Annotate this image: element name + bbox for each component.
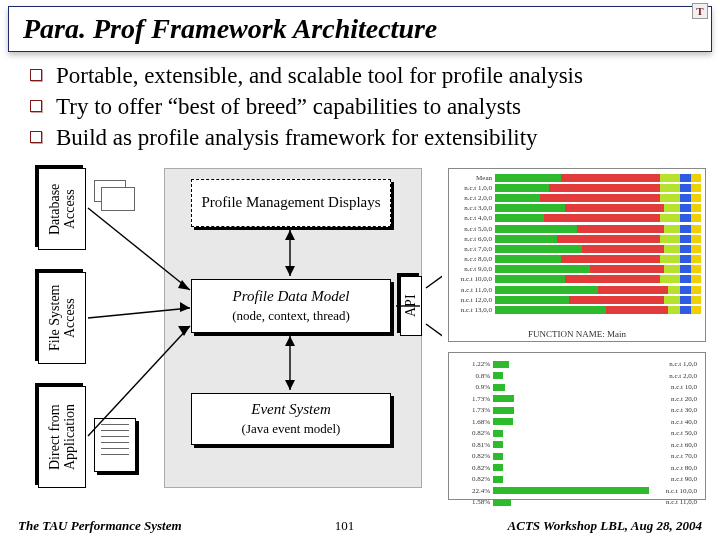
footer-right: ACTS Workshop LBL, Aug 28, 2004	[508, 518, 702, 534]
bar-segment	[495, 296, 569, 304]
bar-segment	[680, 245, 690, 253]
hist-row: 0.82%n.c.t 70,0	[453, 451, 701, 461]
bar-row: Mean	[453, 173, 701, 182]
bullet-list: Portable, extensible, and scalable tool …	[30, 62, 700, 154]
box-profile-data-model: Profile Data Model (node, context, threa…	[191, 279, 391, 333]
bar-segment	[495, 225, 577, 233]
bar-segment	[544, 214, 659, 222]
hist-pct-label: 22.4%	[453, 487, 493, 495]
bar-segment	[557, 235, 660, 243]
bullet-item: Portable, extensible, and scalable tool …	[30, 62, 700, 91]
bar-segment	[691, 204, 701, 212]
bar-segment	[691, 306, 701, 314]
bar-row: n.c.t 1,0,0	[453, 183, 701, 192]
bullet-text: Build as profile analysis framework for …	[56, 124, 538, 153]
hist-bar	[493, 464, 503, 471]
bar-row-label: n.c.t 11,0,0	[453, 286, 495, 294]
bullet-item: Build as profile analysis framework for …	[30, 124, 700, 153]
box-api: API	[400, 276, 422, 336]
box-profile-management-displays: Profile Management Displays	[191, 179, 391, 227]
architecture-diagram: Database Access File System Access Direc…	[24, 168, 442, 508]
bar-segment	[680, 174, 690, 182]
bar-segment	[660, 174, 681, 182]
bar-segment	[660, 275, 681, 283]
bar-segment	[664, 204, 680, 212]
bar-row-label: n.c.t 2,0,0	[453, 194, 495, 202]
hist-row: 1.22%n.c.t 1,0,0	[453, 359, 701, 369]
bar-segment	[549, 184, 660, 192]
hist-pct-label: 0.81%	[453, 441, 493, 449]
hist-right-label: n.c.t 40,0	[671, 418, 697, 426]
bar-row-label: n.c.t 7,0,0	[453, 245, 495, 253]
bar-segment	[495, 245, 582, 253]
bar-segment	[664, 296, 680, 304]
bar-track	[495, 296, 701, 304]
histogram-chart: 1.22%n.c.t 1,0,00.8%n.c.t 2,0,00.9%n.c.t…	[448, 352, 706, 500]
bar-segment	[680, 306, 690, 314]
bar-segment	[495, 255, 561, 263]
stacked-bar-chart: Meann.c.t 1,0,0n.c.t 2,0,0n.c.t 3,0,0n.c…	[448, 168, 706, 342]
bar-segment	[561, 174, 660, 182]
hist-row: 0.82%n.c.t 90,0	[453, 474, 701, 484]
bar-row-label: n.c.t 8,0,0	[453, 255, 495, 263]
pdm-title: Profile Data Model	[233, 288, 350, 305]
bar-track	[495, 194, 701, 202]
hist-pct-label: 1.68%	[453, 418, 493, 426]
hist-row: 1.58%n.c.t 11,0,0	[453, 497, 701, 507]
hist-bar	[493, 441, 503, 448]
bar-segment	[680, 194, 690, 202]
hist-bar	[493, 372, 503, 379]
slide-title: Para. Prof Framework Architecture	[23, 13, 437, 45]
hist-pct-label: 0.82%	[453, 464, 493, 472]
bar-segment	[569, 296, 664, 304]
bar-row: n.c.t 7,0,0	[453, 244, 701, 253]
bullet-text: Try to offer “best of breed” capabilitie…	[56, 93, 521, 122]
hist-pct-label: 0.9%	[453, 383, 493, 391]
bar-segment	[680, 214, 690, 222]
bullet-icon	[30, 69, 42, 81]
hist-pct-label: 1.22%	[453, 360, 493, 368]
hist-right-label: n.c.t 30,0	[671, 406, 697, 414]
bar-track	[495, 306, 701, 314]
bullet-item: Try to offer “best of breed” capabilitie…	[30, 93, 700, 122]
hist-pct-label: 1.58%	[453, 498, 493, 506]
bar-segment	[598, 286, 668, 294]
bar-segment	[680, 296, 690, 304]
bar-segment	[660, 255, 681, 263]
bar-segment	[660, 235, 681, 243]
bar-segment	[495, 194, 540, 202]
bar-segment	[582, 245, 664, 253]
bar-segment	[680, 225, 690, 233]
bar-segment	[691, 286, 701, 294]
bar-segment	[660, 214, 681, 222]
bar-segment	[691, 235, 701, 243]
hist-bar	[493, 395, 514, 402]
database-icon	[94, 180, 126, 202]
bar-track	[495, 235, 701, 243]
hist-pct-label: 0.82%	[453, 475, 493, 483]
hist-right-label: n.c.t 20,0	[671, 395, 697, 403]
bar-segment	[680, 235, 690, 243]
hist-row: 1.73%n.c.t 30,0	[453, 405, 701, 415]
bar-segment	[561, 255, 660, 263]
bar-segment	[680, 286, 690, 294]
bar-row: n.c.t 6,0,0	[453, 234, 701, 243]
hist-bar	[493, 407, 514, 414]
hist-right-label: n.c.t 10,0,0	[666, 487, 697, 495]
bar-segment	[664, 265, 680, 273]
hist-bar	[493, 418, 513, 425]
bar-segment	[540, 194, 659, 202]
bar-track	[495, 286, 701, 294]
box-database-access: Database Access	[38, 168, 86, 250]
bar-row-label: Mean	[453, 174, 495, 182]
bar-row: n.c.t 13,0,0	[453, 305, 701, 314]
bar-row: n.c.t 11,0,0	[453, 285, 701, 294]
hist-right-label: n.c.t 60,0	[671, 441, 697, 449]
bar-track	[495, 204, 701, 212]
bar-segment	[680, 184, 690, 192]
hist-bar	[493, 384, 505, 391]
bar-segment	[660, 184, 681, 192]
bar-row: n.c.t 8,0,0	[453, 255, 701, 264]
hist-row: 0.82%n.c.t 50,0	[453, 428, 701, 438]
bar-segment	[606, 306, 668, 314]
